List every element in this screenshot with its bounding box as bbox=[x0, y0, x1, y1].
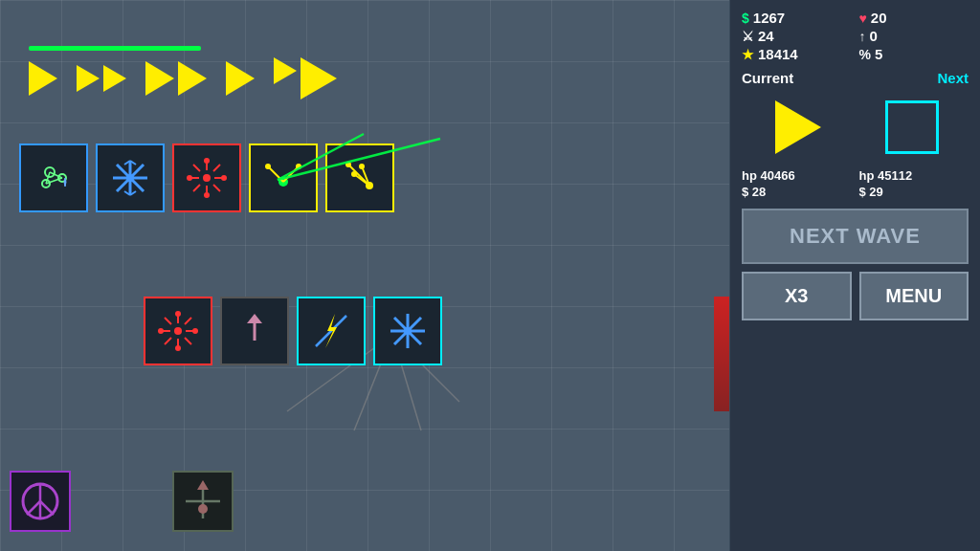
crosshair-icon bbox=[178, 476, 228, 526]
svg-line-22 bbox=[193, 185, 200, 191]
tower-row-2 bbox=[144, 297, 442, 365]
svg-point-31 bbox=[296, 164, 301, 169]
svg-point-57 bbox=[158, 328, 164, 334]
next-hp: hp 45112 bbox=[859, 168, 969, 183]
enemy-triangle-5 bbox=[178, 61, 207, 96]
tower-connector[interactable] bbox=[249, 143, 318, 212]
stat-star: ★ 18414 bbox=[742, 46, 852, 62]
burst-icon-1 bbox=[182, 153, 232, 203]
svg-point-32 bbox=[265, 164, 271, 169]
enemy-pair-1 bbox=[77, 65, 126, 92]
svg-line-23 bbox=[213, 185, 220, 191]
next-square bbox=[885, 100, 939, 154]
enemy-hp-bar bbox=[29, 46, 201, 51]
tower-purple[interactable] bbox=[10, 471, 71, 532]
svg-point-25 bbox=[204, 192, 210, 198]
svg-line-53 bbox=[165, 338, 171, 344]
svg-point-39 bbox=[351, 171, 357, 177]
game-area bbox=[0, 0, 729, 551]
svg-point-24 bbox=[204, 158, 210, 164]
aim-icon bbox=[335, 153, 385, 203]
svg-line-52 bbox=[185, 318, 191, 324]
star-icon: ★ bbox=[742, 47, 754, 62]
svg-point-27 bbox=[221, 175, 227, 181]
enemy-row bbox=[29, 57, 337, 99]
current-wave-icon bbox=[755, 94, 841, 161]
enemy-pair-2 bbox=[145, 61, 207, 96]
svg-marker-74 bbox=[197, 480, 209, 490]
stat-sword: ⚔ 24 bbox=[742, 28, 852, 44]
svg-line-54 bbox=[185, 338, 191, 344]
sword-value: 24 bbox=[758, 28, 774, 44]
hp-cost-grid: hp 40466 hp 45112 $ 28 $ 29 bbox=[742, 168, 969, 199]
svg-point-37 bbox=[345, 162, 351, 167]
side-panel: $ 1267 ♥ 20 ⚔ 24 ↑ 0 ★ 18414 % 5 Current… bbox=[729, 0, 980, 551]
svg-point-38 bbox=[359, 164, 365, 169]
tower-arrow-up[interactable] bbox=[172, 471, 234, 532]
heart-icon: ♥ bbox=[859, 11, 867, 26]
red-health-bar bbox=[714, 297, 729, 411]
star-value: 18414 bbox=[758, 46, 798, 62]
current-triangle bbox=[775, 100, 821, 154]
tower-ice-2[interactable] bbox=[373, 297, 442, 365]
arrow-up-stat-icon: ↑ bbox=[859, 29, 866, 44]
current-hp: hp 40466 bbox=[742, 168, 852, 183]
percent-value: 5 bbox=[875, 46, 882, 62]
enemy-triangle-7 bbox=[274, 57, 297, 84]
tower-water[interactable] bbox=[19, 143, 88, 212]
enemy-triangle-6 bbox=[226, 61, 255, 96]
tower-burst-2[interactable] bbox=[144, 297, 212, 365]
connector-icon bbox=[258, 153, 308, 203]
wave-preview bbox=[742, 94, 969, 161]
menu-button[interactable]: MENU bbox=[859, 272, 969, 320]
lightning-icon bbox=[306, 306, 356, 356]
stat-percent: % 5 bbox=[859, 46, 969, 62]
tower-aim[interactable] bbox=[325, 143, 394, 212]
svg-point-75 bbox=[198, 504, 208, 514]
ice-icon-2 bbox=[383, 306, 433, 356]
enemy-triangle-1 bbox=[29, 61, 57, 96]
x3-button[interactable]: X3 bbox=[742, 272, 852, 320]
next-cost: $ 29 bbox=[859, 185, 969, 199]
water-icon bbox=[29, 153, 78, 203]
enemy-triangle-3 bbox=[103, 65, 126, 92]
current-cost: $ 28 bbox=[742, 185, 852, 199]
svg-point-55 bbox=[175, 311, 181, 317]
tower-lightning[interactable] bbox=[297, 297, 366, 365]
tower-ice[interactable] bbox=[96, 143, 165, 212]
current-label: Current bbox=[742, 70, 793, 86]
svg-marker-60 bbox=[247, 314, 262, 323]
burst-icon-2 bbox=[153, 306, 203, 356]
money-icon: $ bbox=[742, 11, 749, 26]
next-wave-button[interactable]: NEXT WAVE bbox=[742, 209, 969, 264]
percent-icon: % bbox=[859, 47, 871, 62]
next-wave-icon bbox=[869, 94, 955, 161]
bottom-buttons: X3 MENU bbox=[742, 272, 969, 320]
enemy-triangle-4 bbox=[145, 61, 174, 96]
svg-line-51 bbox=[165, 318, 171, 324]
stats-grid: $ 1267 ♥ 20 ⚔ 24 ↑ 0 ★ 18414 % 5 bbox=[742, 10, 969, 62]
svg-point-46 bbox=[174, 327, 182, 335]
money-value: 1267 bbox=[753, 10, 785, 26]
enemy-pair-3 bbox=[274, 57, 337, 99]
svg-point-15 bbox=[203, 174, 211, 182]
svg-marker-62 bbox=[325, 314, 337, 348]
tower-row-1 bbox=[19, 143, 394, 212]
ice-icon bbox=[105, 153, 155, 203]
svg-line-71 bbox=[40, 501, 54, 515]
svg-line-29 bbox=[283, 166, 299, 182]
svg-line-30 bbox=[268, 166, 283, 182]
sword-icon: ⚔ bbox=[742, 29, 754, 44]
tower-burst-1[interactable] bbox=[172, 143, 241, 212]
tower-empty[interactable] bbox=[220, 297, 289, 365]
enemy-triangle-8 bbox=[301, 57, 337, 99]
stat-money: $ 1267 bbox=[742, 10, 852, 26]
current-next-header: Current Next bbox=[742, 70, 969, 86]
svg-line-70 bbox=[27, 501, 40, 515]
arrow-up-icon bbox=[230, 306, 279, 356]
svg-line-20 bbox=[193, 165, 200, 171]
next-label: Next bbox=[937, 70, 969, 86]
hearts-value: 20 bbox=[871, 10, 887, 26]
svg-point-58 bbox=[192, 328, 198, 334]
stat-arrow: ↑ 0 bbox=[859, 28, 969, 44]
